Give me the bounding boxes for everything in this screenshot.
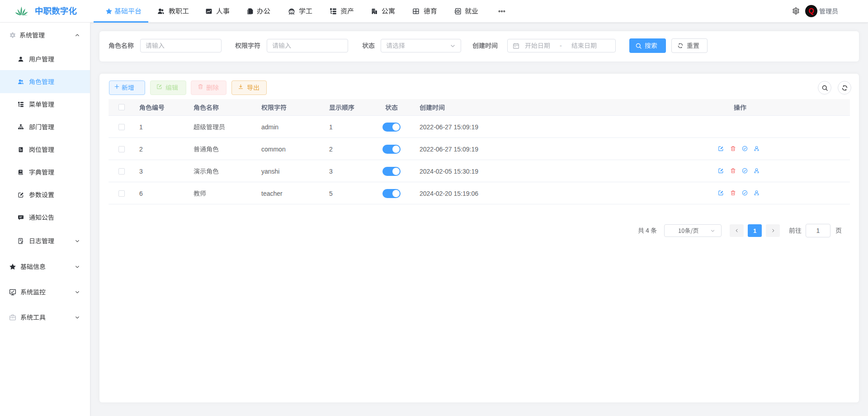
svg-text:Q: Q [808, 7, 814, 15]
